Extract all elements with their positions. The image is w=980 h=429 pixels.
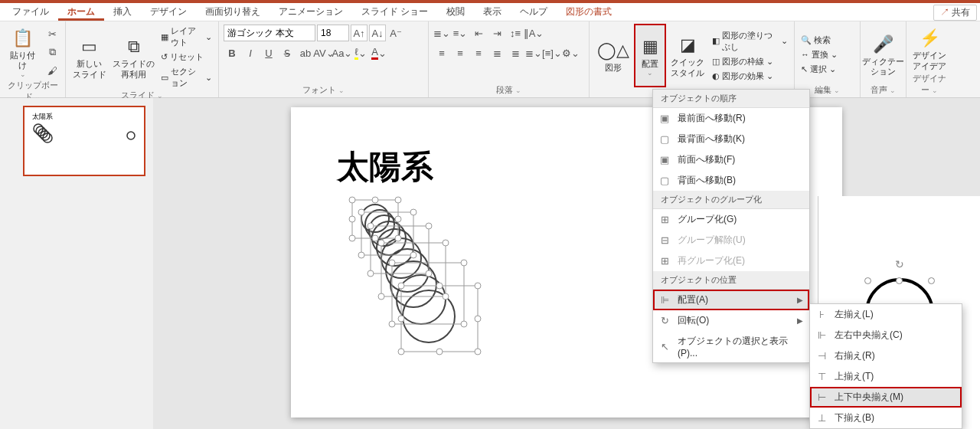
align-top-item[interactable]: ⊤上揃え(T): [810, 366, 962, 387]
numbering-button[interactable]: ≡⌄: [452, 25, 469, 41]
arrange-button[interactable]: ▦ 配置 ⌄: [635, 25, 665, 87]
shapes-button[interactable]: ◯△ 図形: [594, 25, 632, 87]
thumbnail-pane[interactable]: 1 太陽系: [0, 98, 153, 429]
align-middle-v-icon: ⊢: [815, 391, 828, 403]
bring-forward-item[interactable]: ▣前面へ移動(F): [653, 149, 809, 170]
align-middle-v-item[interactable]: ⊢上下中央揃え(M): [810, 387, 962, 408]
tab-file[interactable]: ファイル: [3, 3, 58, 21]
svg-point-41: [389, 260, 395, 266]
paste-button[interactable]: 📋 貼り付け ⌄: [5, 25, 41, 80]
svg-point-20: [395, 235, 401, 241]
tab-insert[interactable]: 挿入: [104, 3, 141, 21]
send-backward-item[interactable]: ▢背面へ移動(B): [653, 170, 809, 191]
new-slide-button[interactable]: ▭ 新しい スライド: [70, 25, 108, 90]
tab-animations[interactable]: アニメーション: [270, 3, 352, 21]
selection-pane-item[interactable]: ↖オブジェクトの選択と表示(P)...: [653, 331, 809, 362]
tab-transitions[interactable]: 画面切り替え: [196, 3, 270, 21]
align-right-button[interactable]: ≡: [470, 44, 487, 61]
rotate-handle-icon[interactable]: ↻: [895, 258, 904, 270]
menu-header-group: オブジェクトのグループ化: [653, 191, 809, 209]
underline-button[interactable]: U: [260, 44, 277, 61]
bold-button[interactable]: B: [224, 44, 240, 61]
layout-button[interactable]: ▦レイアウト ⌄: [159, 25, 214, 49]
svg-point-44: [461, 321, 467, 327]
change-case-button[interactable]: Aa⌄: [334, 44, 351, 61]
mic-icon: 🎤: [873, 32, 893, 57]
slide-thumbnail[interactable]: 太陽系: [23, 106, 145, 176]
svg-point-11: [381, 238, 421, 278]
design-ideas-button[interactable]: ⚡ デザイン アイデア: [911, 25, 948, 73]
reset-button[interactable]: ↺リセット: [159, 51, 214, 64]
font-size-combo[interactable]: [317, 25, 349, 41]
decrease-indent-button[interactable]: ⇤: [470, 25, 487, 41]
align-right-item[interactable]: ⊣右揃え(R): [810, 345, 962, 366]
align-submenu-item[interactable]: ⊫配置(A)▶: [653, 290, 809, 310]
decrease-font-button[interactable]: A↓: [369, 25, 386, 41]
char-spacing-button[interactable]: AV⌄: [315, 44, 332, 61]
reuse-slides-button[interactable]: ⧉ スライドの 再利用: [111, 25, 156, 90]
columns-button[interactable]: ≣⌄: [525, 44, 542, 61]
align-center-h-icon: ⊩: [815, 329, 828, 341]
font-color-button[interactable]: A⌄: [371, 44, 387, 61]
svg-point-37: [443, 240, 449, 246]
tab-design[interactable]: デザイン: [141, 3, 196, 21]
share-button[interactable]: 共有: [933, 5, 977, 21]
svg-point-22: [372, 235, 378, 241]
select-button[interactable]: ↖選択 ⌄: [799, 63, 839, 76]
text-direction-button[interactable]: ‖A⌄: [525, 25, 542, 41]
menu-header-order: オブジェクトの順序: [653, 90, 809, 108]
distribute-button[interactable]: ≣: [507, 44, 524, 61]
group-label-voice: 音声: [865, 84, 901, 96]
align-bottom-item[interactable]: ⊥下揃え(B): [810, 408, 962, 428]
smartart-button[interactable]: ⚙⌄: [562, 44, 579, 61]
svg-point-53: [475, 316, 481, 322]
section-button[interactable]: ▭セクション ⌄: [159, 65, 214, 90]
align-left-item[interactable]: ⊦左揃え(L): [810, 304, 962, 325]
svg-point-32: [426, 223, 432, 229]
format-painter-button[interactable]: 🖌: [44, 62, 60, 79]
justify-button[interactable]: ≣: [488, 44, 505, 61]
bring-to-front-item[interactable]: ▣最前面へ移動(R): [653, 108, 809, 129]
slide-title[interactable]: 太陽系: [337, 146, 433, 188]
increase-font-button[interactable]: A↑: [351, 25, 368, 41]
highlight-button[interactable]: ℓ⌄: [352, 44, 369, 61]
tab-view[interactable]: 表示: [474, 3, 511, 21]
align-center-button[interactable]: ≡: [452, 44, 469, 61]
line-spacing-button[interactable]: ↕≡: [507, 25, 524, 41]
font-name-combo[interactable]: [224, 25, 315, 41]
cut-button[interactable]: ✂: [44, 25, 60, 42]
svg-point-33: [368, 270, 374, 277]
menu-header-position: オブジェクトの位置: [653, 271, 809, 290]
align-left-icon: ⊦: [815, 309, 828, 320]
tab-help[interactable]: ヘルプ: [511, 3, 557, 21]
align-bottom-icon: ⊥: [815, 412, 828, 424]
shape-fill-button[interactable]: ◧図形の塗りつぶし ⌄: [710, 29, 789, 54]
align-text-button[interactable]: [≡]⌄: [544, 44, 560, 61]
strike-button[interactable]: S̶: [279, 44, 296, 61]
svg-point-5: [127, 132, 135, 139]
shadow-button[interactable]: ab: [297, 44, 314, 61]
align-left-button[interactable]: ≡: [433, 44, 450, 61]
shape-outline-button[interactable]: ◫図形の枠線 ⌄: [710, 55, 789, 68]
svg-point-28: [358, 252, 364, 258]
tab-shape-format[interactable]: 図形の書式: [557, 3, 621, 21]
shape-effects-button[interactable]: ◐図形の効果 ⌄: [710, 70, 789, 83]
bullets-button[interactable]: ≣⌄: [433, 25, 450, 41]
align-center-h-item[interactable]: ⊩左右中央揃え(C): [810, 325, 962, 345]
reset-icon: ↺: [161, 52, 168, 62]
tab-home[interactable]: ホーム: [58, 3, 104, 21]
selected-shapes[interactable]: [345, 195, 498, 382]
group-item[interactable]: ⊞グループ化(G): [653, 209, 809, 230]
find-button[interactable]: 🔍検索: [799, 34, 839, 47]
tab-review[interactable]: 校閲: [437, 3, 474, 21]
rotate-submenu-item[interactable]: ↻回転(O)▶: [653, 310, 809, 331]
italic-button[interactable]: I: [242, 44, 259, 61]
quick-styles-button[interactable]: ◪ クイック スタイル: [668, 25, 707, 87]
replace-button[interactable]: ↔置換 ⌄: [799, 48, 839, 61]
copy-button[interactable]: ⧉: [44, 44, 60, 61]
dictate-button[interactable]: 🎤 ディクテー ション: [865, 25, 901, 84]
increase-indent-button[interactable]: ⇥: [488, 25, 505, 41]
clear-format-button[interactable]: A⁻: [387, 25, 404, 41]
tab-slideshow[interactable]: スライド ショー: [352, 3, 437, 21]
send-to-back-item[interactable]: ▢最背面へ移動(K): [653, 129, 809, 149]
